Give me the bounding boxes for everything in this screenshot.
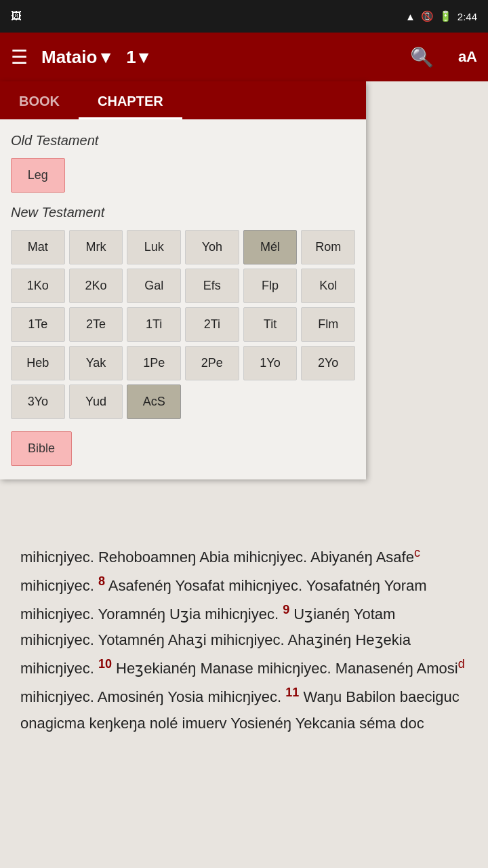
book-2ko[interactable]: 2Ko [69,269,123,303]
book-1te[interactable]: 1Te [11,307,65,342]
signal-icon: 📵 [421,10,434,22]
book-empty-1 [185,384,239,419]
book-empty-2 [243,384,298,419]
verse-10-number: 10 [98,657,112,671]
time-display: 2:44 [458,11,477,22]
new-testament-label: New Testament [11,205,355,220]
book-selector[interactable]: Mataio ▾ [41,47,110,68]
search-button[interactable]: 🔍 [410,46,434,68]
book-bible[interactable]: Bible [11,431,72,466]
book-mel[interactable]: Mél [243,230,298,264]
book-acs[interactable]: AcS [127,384,181,419]
book-leg[interactable]: Leg [11,158,65,193]
book-2te[interactable]: 2Te [69,307,123,342]
new-testament-grid: Mat Mrk Luk Yoh Mél Rom 1Ko 2Ko Gal Efs … [11,230,355,419]
book-1yo[interactable]: 1Yo [243,346,298,380]
tab-book[interactable]: BOOK [0,85,79,119]
verse-8-number: 8 [98,574,105,588]
verse-text-intro: mihicŋiyec. Rehoboamneŋ Abia mihicŋiyec.… [20,549,414,566]
book-mat[interactable]: Mat [11,230,65,264]
font-size-button[interactable]: aA [458,48,477,66]
book-3yo[interactable]: 3Yo [11,384,65,419]
book-flp[interactable]: Flp [243,269,298,303]
old-testament-label: Old Testament [11,133,355,149]
wifi-icon: ▲ [405,11,415,22]
book-2ti[interactable]: 2Ti [185,307,239,342]
verse-9-number: 9 [283,603,289,616]
book-heb[interactable]: Heb [11,346,65,380]
main-bible-text: mihicŋiyec. Rehoboamneŋ Abia mihicŋiyec.… [0,542,488,757]
chapter-selector[interactable]: 1 ▾ [126,47,147,68]
tab-bar: BOOK CHAPTER [0,81,366,119]
book-yud[interactable]: Yud [69,384,123,419]
footnote-c-ref: c [414,546,420,559]
status-bar-left: 🖼 [11,10,22,22]
chapter-number: 1 [126,47,136,68]
book-chapter-panel: BOOK CHAPTER Old Testament Leg New Testa… [0,81,366,479]
book-rom[interactable]: Rom [301,230,355,264]
book-efs[interactable]: Efs [185,269,239,303]
book-dropdown-icon: ▾ [101,47,110,68]
book-name: Mataio [41,47,97,68]
book-2yo[interactable]: 2Yo [301,346,355,380]
old-testament-grid: Leg [11,158,355,193]
book-yak[interactable]: Yak [69,346,123,380]
book-luk[interactable]: Luk [127,230,181,264]
book-1ti[interactable]: 1Ti [127,307,181,342]
menu-button[interactable]: ☰ [11,46,28,68]
chapter-dropdown-icon: ▾ [139,47,148,68]
book-empty-3 [301,384,355,419]
book-yoh[interactable]: Yoh [185,230,239,264]
battery-icon: 🔋 [439,10,452,22]
dropdown-content: Old Testament Leg New Testament Mat Mrk … [0,119,366,479]
book-flm[interactable]: Flm [301,307,355,342]
book-1pe[interactable]: 1Pe [127,346,181,380]
tab-chapter[interactable]: CHAPTER [79,85,182,119]
book-gal[interactable]: Gal [127,269,181,303]
book-kol[interactable]: Kol [301,269,355,303]
status-bar: 🖼 ▲ 📵 🔋 2:44 [0,0,488,33]
book-mrk[interactable]: Mrk [69,230,123,264]
photo-icon: 🖼 [11,10,22,22]
status-bar-right: ▲ 📵 🔋 2:44 [405,10,477,22]
book-1ko[interactable]: 1Ko [11,269,65,303]
footnote-d-ref: d [458,657,465,671]
book-2pe[interactable]: 2Pe [185,346,239,380]
book-tit[interactable]: Tit [243,307,298,342]
verse-11-number: 11 [285,686,299,699]
app-bar: ☰ Mataio ▾ 1 ▾ 🔍 aA [0,33,488,81]
